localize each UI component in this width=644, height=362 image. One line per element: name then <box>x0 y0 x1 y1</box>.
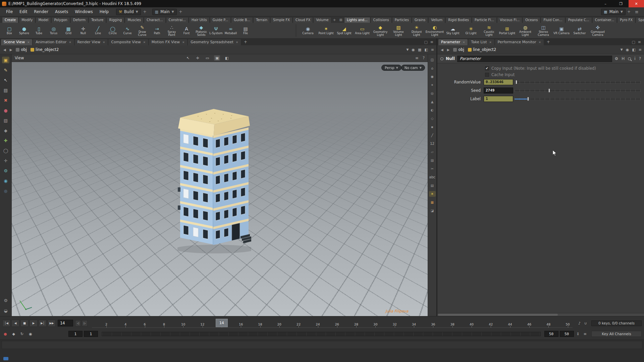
select-mode-icon[interactable]: ↖ <box>185 55 191 61</box>
tool-path[interactable]: → Path <box>150 24 164 37</box>
add-object-icon[interactable]: ✚ <box>2 137 9 144</box>
shelf-tab[interactable]: Sparse Py... <box>636 17 644 23</box>
tool-draw-curve[interactable]: ✎ Draw Curve <box>135 24 150 37</box>
shade-icon[interactable]: ◐ <box>429 107 436 113</box>
hamburger-menu-icon[interactable]: ≡ <box>632 9 641 14</box>
tool-distant-light[interactable]: ☀ Distant Light <box>408 24 426 37</box>
tool-switcher[interactable]: ⇄ Switcher <box>571 24 589 37</box>
slice-icon[interactable]: ╱ <box>429 132 436 138</box>
material-tool-icon[interactable]: ● <box>2 107 9 114</box>
shelf-tools-icon[interactable]: ⊞ <box>338 18 344 23</box>
frame-increment-button[interactable]: ▷ <box>82 320 88 326</box>
maximize-button[interactable]: ❐ <box>613 0 629 7</box>
shelf-tab[interactable]: Create <box>2 17 18 23</box>
node-name-field[interactable]: Parameter <box>457 56 612 62</box>
menu-item[interactable]: Edit <box>16 8 31 15</box>
range-end-field[interactable]: 50 <box>544 331 558 337</box>
forward-icon[interactable]: ▶ <box>446 48 451 52</box>
close-tab-icon[interactable]: ✕ <box>539 41 541 44</box>
star-icon[interactable]: ✶ <box>429 82 436 88</box>
pane-menu-icon[interactable]: ≡ <box>430 40 433 44</box>
copy-input-checkbox[interactable]: ✔ <box>485 66 489 70</box>
tool-curve[interactable]: ∿ Curve <box>120 24 135 37</box>
playhead[interactable]: 14 <box>216 319 228 327</box>
uv-icon[interactable]: ▱ <box>429 149 436 155</box>
close-tab-icon[interactable]: ✕ <box>463 41 465 44</box>
close-tab-icon[interactable]: ✕ <box>236 41 238 44</box>
scope-icon[interactable]: ↕ <box>575 332 581 336</box>
node-flag-icon[interactable] <box>440 57 443 60</box>
parameter-value-field[interactable]: 1 <box>484 96 513 102</box>
projection-selector[interactable]: Persp ▼ <box>381 65 401 71</box>
pane-tab[interactable]: Render View ✕ <box>75 39 108 45</box>
select-tool-icon[interactable]: ↖ <box>2 77 9 83</box>
slider-handle[interactable] <box>516 80 517 84</box>
view-tool-icon[interactable]: ▣ <box>2 57 9 63</box>
shelf-tab[interactable]: Volume <box>313 17 331 23</box>
close-tab-icon[interactable]: ✕ <box>27 41 30 44</box>
menu-item[interactable]: Windows <box>71 8 96 15</box>
tool-lsystem[interactable]: Ψ L-System <box>209 24 223 37</box>
points-icon[interactable]: ▪ <box>429 124 436 130</box>
slider-handle[interactable] <box>527 97 529 101</box>
path-context-chip[interactable]: obj <box>15 47 28 52</box>
shelf-tab[interactable]: Rigid Bodies <box>445 17 472 23</box>
tool-geometry-light[interactable]: ◆ Geometry Light <box>371 24 389 37</box>
shelf-tab[interactable]: Particle Fl... <box>472 17 497 23</box>
tool-point-light[interactable]: ✶ Point Light <box>317 24 335 37</box>
secure-selection-icon[interactable]: ▤ <box>2 87 9 94</box>
audio-icon[interactable]: ♪ <box>577 321 582 325</box>
path-node-chip[interactable]: line_object2 <box>30 47 60 52</box>
shelf-tab[interactable]: Terrain <box>253 17 270 23</box>
frame-view-icon[interactable]: ◉ <box>429 74 436 79</box>
shelf-tab[interactable]: Polygon <box>51 17 70 23</box>
path-dropdown-icon[interactable]: ▼ <box>621 48 623 51</box>
layout-icon[interactable]: ◫ <box>429 57 436 63</box>
shelf-tab[interactable]: Constrai... <box>166 17 189 23</box>
close-tab-icon[interactable]: ✕ <box>182 41 184 44</box>
tool-gamepad-camera[interactable]: ✜ Gamepad Camera <box>589 24 607 37</box>
shelf-tab[interactable]: Hair Utils <box>189 17 210 23</box>
pane-menu-icon[interactable]: ≡ <box>638 40 641 44</box>
pane-tab[interactable]: Take List ✕ <box>468 39 494 45</box>
parameter-value-field[interactable]: 0.233646 <box>484 79 513 85</box>
tool-area-light[interactable]: ▭ Area Light <box>353 24 371 37</box>
tool-stereo-camera[interactable]: ◫ Stereo Camera <box>534 24 552 37</box>
tool-box[interactable]: ▢ Box <box>2 24 17 37</box>
tool-torus[interactable]: ◎ Torus <box>46 24 61 37</box>
pane-options-icon[interactable]: ≡ <box>639 48 642 52</box>
delete-tool-icon[interactable]: ✖ <box>2 97 9 104</box>
loop-icon[interactable]: ↻ <box>19 332 25 336</box>
display-options-icon[interactable]: ◒ <box>2 307 9 314</box>
pane-split-icon[interactable]: ◧ <box>632 48 635 52</box>
pane-tab[interactable]: Motion FX View ✕ <box>149 39 187 45</box>
tool-circle[interactable]: ◯ Circle <box>105 24 120 37</box>
shelf-tab[interactable]: Guide B... <box>231 17 253 23</box>
tool-spray-paint[interactable]: ∴ Spray Paint <box>164 24 179 37</box>
add-desktop-button[interactable]: + <box>626 9 632 14</box>
texture-tool-icon[interactable]: ▧ <box>2 117 9 124</box>
back-icon[interactable]: ◀ <box>440 48 444 52</box>
shelf-tab[interactable]: Pyro FX <box>617 17 635 23</box>
jump-end-button[interactable]: ▶▶ <box>48 320 56 327</box>
pane-split-icon[interactable]: ◧ <box>424 48 428 52</box>
shelf-tab[interactable]: Simple FX <box>270 17 292 23</box>
ratio-icon[interactable]: 12 <box>429 141 436 146</box>
shelf-tab[interactable]: Lights and... <box>344 17 370 23</box>
menu-item[interactable]: Assets <box>52 8 71 15</box>
tool-file[interactable]: ▤ File <box>238 24 253 37</box>
jump-start-button[interactable]: │◀ <box>2 320 10 327</box>
desktop-selector[interactable]: ▦ Main ▼ <box>601 9 626 15</box>
help-icon[interactable]: ? <box>639 56 641 61</box>
cone-icon[interactable]: ▲ <box>429 99 436 105</box>
info-icon[interactable]: i <box>634 56 635 61</box>
forward-icon[interactable]: ▶ <box>9 48 13 52</box>
shelf-tab[interactable]: Oceans <box>523 17 540 23</box>
timeline-ruler[interactable]: 2468101214161820222426283032343638404244… <box>92 318 573 328</box>
tool-platonic-solids[interactable]: ◆ Platonic Solids <box>194 24 209 37</box>
play-reverse-button[interactable]: ◀ <box>11 320 19 327</box>
range-end-sub-field[interactable]: 50 <box>560 331 574 337</box>
horizontal-scrollbar[interactable] <box>437 313 644 316</box>
snap-toggle-icon[interactable]: ▣ <box>214 55 220 61</box>
pane-maximize-icon[interactable]: ▢ <box>632 40 635 44</box>
